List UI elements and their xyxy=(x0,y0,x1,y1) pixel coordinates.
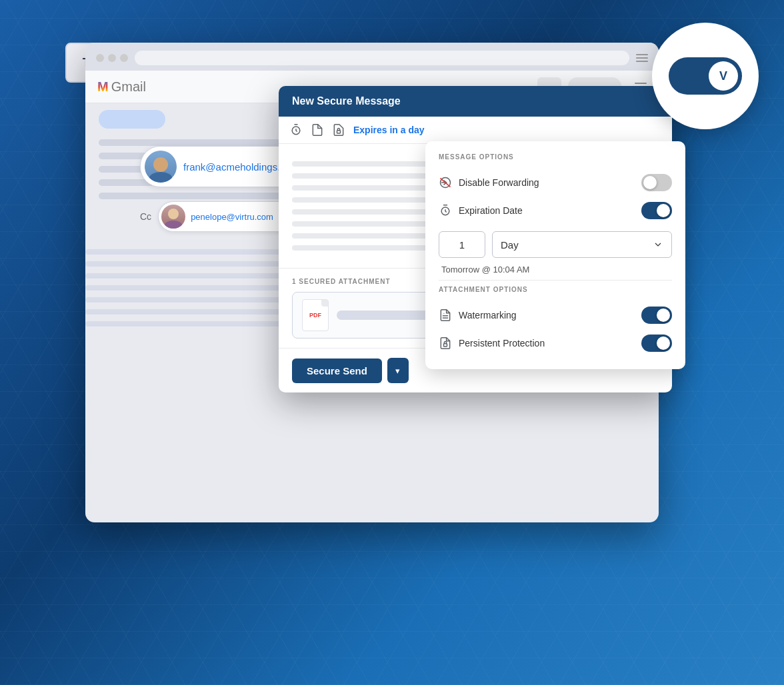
dialog-header: New Secure Message xyxy=(279,86,672,117)
disable-forwarding-row: Disable Forwarding xyxy=(439,169,672,197)
watermarking-row: Watermarking xyxy=(439,301,672,329)
file-icon xyxy=(311,123,324,137)
dropdown-arrow-icon: ▾ xyxy=(395,366,400,376)
watermark-icon xyxy=(439,309,452,322)
watermarking-knob xyxy=(657,309,670,322)
persistent-protection-left: Persistent Protection xyxy=(439,337,545,350)
disable-forwarding-left: Disable Forwarding xyxy=(439,176,539,189)
persistent-protection-toggle[interactable] xyxy=(641,335,672,352)
menu-line-1 xyxy=(636,54,648,55)
disable-forwarding-label: Disable Forwarding xyxy=(459,177,539,188)
watermarking-toggle[interactable] xyxy=(641,307,672,324)
menu-line-2 xyxy=(636,57,648,59)
persistent-protection-row: Persistent Protection xyxy=(439,329,672,357)
send-dropdown-button[interactable]: ▾ xyxy=(387,358,409,383)
expiration-date-toggle[interactable] xyxy=(641,202,672,219)
expiration-date-knob xyxy=(657,204,670,217)
dialog-title: New Secure Message xyxy=(292,95,401,107)
persistent-protection-label: Persistent Protection xyxy=(459,338,545,348)
message-options-panel: MESSAGE OPTIONS Disable Forwarding xyxy=(425,141,685,369)
body-line-4 xyxy=(85,285,285,291)
frank-avatar-image xyxy=(145,151,177,183)
address-bar[interactable] xyxy=(135,51,629,65)
attachment-options-label: ATTACHMENT OPTIONS xyxy=(439,286,672,293)
virtru-toggle[interactable]: V xyxy=(669,57,742,95)
gmail-menu-line-1 xyxy=(635,83,647,84)
expiration-date-row: Expiration Date xyxy=(439,197,672,225)
disable-forwarding-toggle[interactable] xyxy=(641,174,672,191)
svg-rect-1 xyxy=(337,131,341,133)
watermarking-left: Watermarking xyxy=(439,309,517,322)
message-options-label: MESSAGE OPTIONS xyxy=(439,153,672,161)
expiration-number-input[interactable]: 1 xyxy=(439,231,485,258)
timer-option-icon xyxy=(439,204,452,217)
gmail-logo-text: Gmail xyxy=(111,79,146,95)
pdf-icon: PDF xyxy=(302,299,329,331)
timer-icon xyxy=(289,123,303,137)
expiration-unit-value: Day xyxy=(501,239,519,251)
penelope-avatar xyxy=(161,205,185,229)
browser-menu xyxy=(636,54,648,62)
dot-green xyxy=(120,54,128,62)
menu-line-3 xyxy=(636,61,648,62)
forward-icon xyxy=(439,176,452,189)
cc-chip-penelope[interactable]: penelope@virtru.com × xyxy=(158,201,298,232)
gmail-m-icon: M xyxy=(97,79,109,95)
panel-divider xyxy=(439,280,672,281)
svg-rect-9 xyxy=(444,344,447,346)
persistent-protection-icon xyxy=(439,337,452,350)
expiration-inputs: 1 Day xyxy=(439,231,672,258)
penelope-email: penelope@virtru.com xyxy=(191,212,273,222)
dialog-toolbar: Expires in a day xyxy=(279,117,672,144)
cc-section: Cc penelope@virtru.com × xyxy=(85,201,298,232)
expiration-date-left: Expiration Date xyxy=(439,204,523,217)
compose-button[interactable] xyxy=(99,110,165,129)
cc-label: Cc xyxy=(140,211,151,222)
secure-send-button[interactable]: Secure Send xyxy=(292,358,382,383)
select-chevron-icon xyxy=(653,239,663,250)
persistent-protection-knob xyxy=(657,337,670,350)
watermarking-label: Watermarking xyxy=(459,310,517,321)
browser-dots xyxy=(96,54,128,62)
virtru-knob: V xyxy=(709,61,738,91)
disable-forwarding-knob xyxy=(643,176,657,189)
expiration-time-label: Tomorrow @ 10:04 AM xyxy=(439,265,672,275)
main-container: M Gmail xyxy=(65,43,719,642)
dot-yellow xyxy=(108,54,116,62)
frank-avatar xyxy=(145,151,177,183)
dot-red xyxy=(96,54,104,62)
lock-file-icon xyxy=(332,123,345,137)
expiration-date-label: Expiration Date xyxy=(459,205,523,216)
to-spacer xyxy=(85,147,133,187)
frank-email: frank@acmeholdings.co xyxy=(183,161,291,173)
virtru-v-letter: V xyxy=(719,69,727,83)
expiration-unit-select[interactable]: Day xyxy=(492,231,672,258)
expires-badge: Expires in a day xyxy=(353,125,425,135)
virtru-circle[interactable]: V xyxy=(652,23,759,129)
browser-chrome xyxy=(85,43,659,71)
body-line-7 xyxy=(85,321,302,327)
